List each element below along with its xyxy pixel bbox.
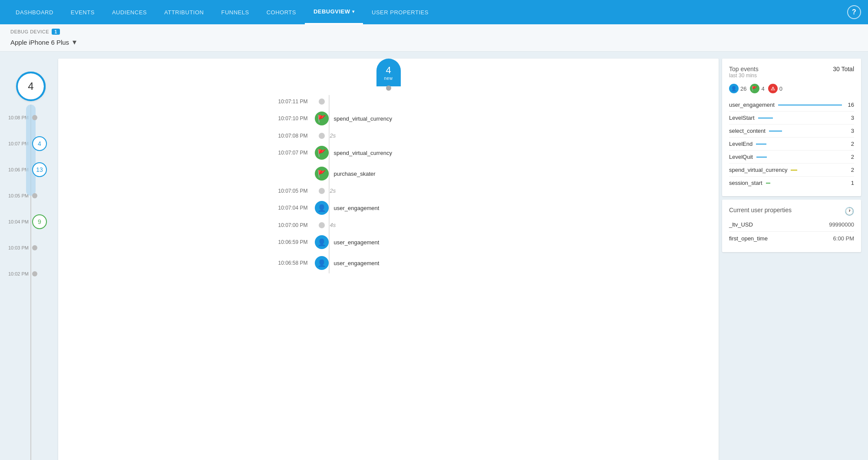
event-row-3[interactable]: 10:07:07 PM 🚩 spend_virtual_currency <box>258 142 467 163</box>
event-row-6[interactable]: 10:06:59 PM 👤 user_engagement <box>258 232 467 253</box>
nav-bar: DASHBOARD EVENTS AUDIENCES ATTRIBUTION F… <box>0 0 868 24</box>
timeline-dot-1003 <box>32 245 37 250</box>
event-list-count-5: 2 <box>845 154 854 160</box>
event-list-count-1: 16 <box>845 102 854 108</box>
event-top-bubble: 4 new <box>376 59 401 86</box>
event-gap-label-1: 2s <box>325 132 336 139</box>
event-list-bar-5 <box>756 157 767 158</box>
timeline-dot-1008 <box>32 115 37 120</box>
toolbar: DEBUG DEVICE 1 Apple iPhone 6 Plus ▾ <box>0 24 868 52</box>
event-list-count-2: 3 <box>845 115 854 121</box>
user-properties-card: Current user properties 🕐 _ltv_USD 99990… <box>722 200 861 252</box>
event-dot-gap-1 <box>319 133 325 139</box>
timeline-sidebar: 4 10:08 PM 10:07 PM 4 10:06 PM 13 <box>7 59 55 460</box>
event-time-2: 10:07:10 PM <box>258 115 315 122</box>
event-list-bar-1 <box>778 105 842 105</box>
main-content: 4 10:08 PM 10:07 PM 4 10:06 PM 13 <box>0 52 868 460</box>
dropdown-arrow-icon: ▾ <box>73 37 76 47</box>
badge-row: 👤 26 🚩 4 ⚠ 0 <box>729 84 854 93</box>
event-list-count-3: 3 <box>845 128 854 134</box>
event-gap-label-2: 2s <box>325 187 336 194</box>
event-list-bar-4 <box>756 144 766 145</box>
user-prop-first-open: first_open_time 6:00 PM <box>729 232 854 245</box>
event-icon-flag-3: 🚩 <box>315 167 329 181</box>
event-time-gap-3: 10:07:00 PM <box>258 222 315 228</box>
right-panel: Top events last 30 mins 30 Total 👤 26 🚩 … <box>722 59 861 460</box>
event-icon-engagement-3: 👤 <box>315 256 329 270</box>
badge-dot-red: ⚠ <box>768 84 778 93</box>
event-list-item-5[interactable]: LevelQuit 2 <box>729 151 854 164</box>
event-icon-engagement-2: 👤 <box>315 235 329 249</box>
nav-cohorts[interactable]: COHORTS <box>258 0 305 24</box>
event-row-7[interactable]: 10:06:58 PM 👤 user_engagement <box>258 253 467 273</box>
event-time-3: 10:07:07 PM <box>258 150 315 156</box>
event-list-item-4[interactable]: LevelEnd 2 <box>729 138 854 151</box>
event-list-item-6[interactable]: spend_virtual_currency 2 <box>729 164 854 177</box>
event-detail-inner: 4 new 10:07:11 PM 10:07:10 PM 🚩 spend_vi… <box>58 59 719 282</box>
event-list-item-3[interactable]: select_content 3 <box>729 125 854 138</box>
event-row-1: 10:07:11 PM <box>258 95 467 108</box>
event-row-gap-2: 10:07:05 PM 2s <box>258 184 467 197</box>
timeline-circle-1006[interactable]: 13 <box>32 162 47 177</box>
event-dot-gap-3 <box>319 222 325 228</box>
timeline-circle-1007[interactable]: 4 <box>32 136 47 151</box>
event-list-bar-container-4 <box>756 144 842 145</box>
timeline-entry-1002: 10:02 PM <box>7 261 55 287</box>
event-list-name-1: user_engagement <box>729 102 775 108</box>
timeline-top-circle[interactable]: 4 <box>16 72 46 101</box>
nav-user-properties[interactable]: USER PROPERTIES <box>363 0 437 24</box>
user-prop-key-ltv: _ltv_USD <box>729 221 753 228</box>
nav-funnels[interactable]: FUNNELS <box>212 0 257 24</box>
event-row-2[interactable]: 10:07:10 PM 🚩 spend_virtual_currency <box>258 108 467 129</box>
event-icon-flag-2: 🚩 <box>315 146 329 160</box>
event-name-1: spend_virtual_currency <box>329 115 392 122</box>
event-row-4[interactable]: 🚩 purchase_skater <box>258 163 467 184</box>
help-button[interactable]: ? <box>847 5 861 19</box>
timeline-circle-1004[interactable]: 9 <box>32 214 47 229</box>
event-time-1: 10:07:11 PM <box>258 99 315 105</box>
badge-blue: 👤 26 <box>729 84 746 93</box>
badge-dot-green: 🚩 <box>750 84 759 93</box>
user-prop-key-first-open: first_open_time <box>729 235 768 242</box>
time-label-1004: 10:04 PM <box>7 219 32 224</box>
top-events-subtitle: last 30 mins <box>729 72 759 79</box>
event-dot-gap-2 <box>319 188 325 194</box>
user-properties-header: Current user properties 🕐 <box>729 207 854 216</box>
badge-red: ⚠ 0 <box>768 84 782 93</box>
event-time-gap-1: 10:07:08 PM <box>258 133 315 139</box>
nav-audiences[interactable]: AUDIENCES <box>103 0 155 24</box>
timeline-entry-1003: 10:03 PM <box>7 235 55 261</box>
nav-dashboard[interactable]: DASHBOARD <box>7 0 62 24</box>
event-time-7: 10:06:58 PM <box>258 260 315 266</box>
event-list-item-7[interactable]: session_start 1 <box>729 177 854 189</box>
device-selector[interactable]: Apple iPhone 6 Plus ▾ <box>10 37 858 47</box>
event-list-name-7: session_start <box>729 180 762 186</box>
user-prop-val-first-open: 6:00 PM <box>833 235 854 242</box>
history-icon[interactable]: 🕐 <box>845 207 854 216</box>
event-list-bar-container-5 <box>756 157 842 158</box>
event-list-bar-7 <box>766 183 771 184</box>
event-list-count-7: 1 <box>845 180 854 186</box>
event-name-5: user_engagement <box>329 239 380 246</box>
badge-green: 🚩 4 <box>750 84 764 93</box>
nav-events[interactable]: EVENTS <box>62 0 103 24</box>
event-name-3: purchase_skater <box>329 171 376 177</box>
event-gap-label-3: 4s <box>325 222 336 228</box>
event-list-bar-container-1 <box>778 105 842 105</box>
timeline-entry-1004[interactable]: 10:04 PM 9 <box>7 209 55 235</box>
event-icon-engagement-1: 👤 <box>315 201 329 215</box>
event-list-item-2[interactable]: LevelStart 3 <box>729 112 854 125</box>
timeline-dot-1005 <box>32 193 37 198</box>
event-list-item-1[interactable]: user_engagement 16 <box>729 99 854 112</box>
event-time-5: 10:07:04 PM <box>258 205 315 211</box>
user-properties-list: _ltv_USD 99990000 first_open_time 6:00 P… <box>729 218 854 245</box>
nav-attribution[interactable]: ATTRIBUTION <box>155 0 212 24</box>
event-list-bar-container-3 <box>769 131 842 131</box>
event-list-name-6: spend_virtual_currency <box>729 167 787 173</box>
event-time-gap-2: 10:07:05 PM <box>258 188 315 194</box>
top-events-total: 30 Total <box>833 66 854 72</box>
nav-debugview[interactable]: DEBUGVIEW ▾ <box>305 0 363 24</box>
event-name-6: user_engagement <box>329 260 380 266</box>
event-row-5[interactable]: 10:07:04 PM 👤 user_engagement <box>258 197 467 218</box>
time-label-1003: 10:03 PM <box>7 245 32 250</box>
